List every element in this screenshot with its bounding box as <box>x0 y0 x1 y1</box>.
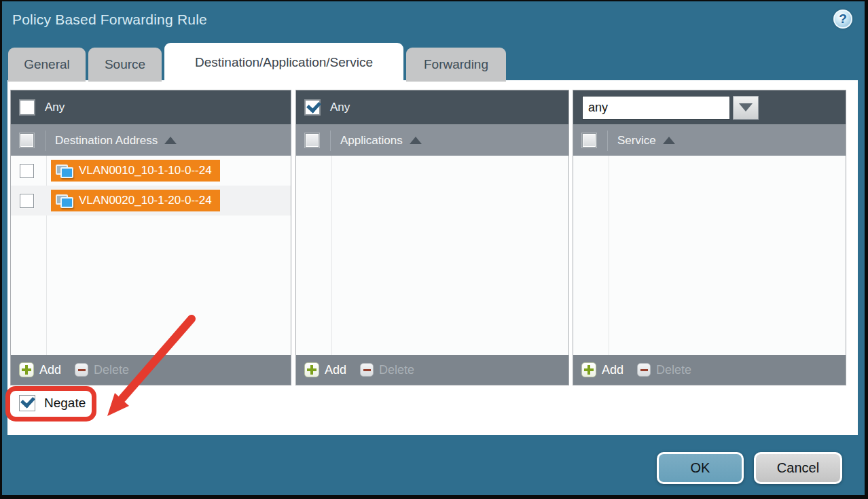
negate-row: Negate <box>19 395 86 411</box>
delete-minus-icon <box>75 363 88 377</box>
applications-panel: Any Applications Add Delete <box>295 90 569 385</box>
service-dropdown-button[interactable] <box>733 96 759 120</box>
tab-bar: General Source Destination/Application/S… <box>8 43 506 82</box>
service-panel: Service Add Delete <box>573 90 846 385</box>
row-checkbox[interactable] <box>20 164 34 178</box>
ok-button[interactable]: OK <box>657 452 744 484</box>
tab-destination-application-service[interactable]: Destination/Application/Service <box>164 43 403 82</box>
service-add-button[interactable]: Add <box>581 362 623 377</box>
add-label: Add <box>325 363 346 377</box>
negate-checkbox[interactable] <box>19 395 35 411</box>
destination-panel: Any Destination Address VLAN0010_10-1-10… <box>10 90 291 385</box>
dialog-background: Policy Based Forwarding Rule ? General S… <box>2 1 865 495</box>
tab-forwarding[interactable]: Forwarding <box>406 48 506 82</box>
destination-column-label: Destination Address <box>55 134 158 148</box>
service-selectall-checkbox[interactable] <box>582 133 596 148</box>
destination-any-label: Any <box>45 101 65 114</box>
add-label: Add <box>602 363 623 377</box>
address-row[interactable]: VLAN0020_10-1-20-0--24 <box>11 186 291 216</box>
address-label: VLAN0010_10-1-10-0--24 <box>79 164 212 177</box>
delete-label: Delete <box>94 363 129 377</box>
service-combobox <box>582 96 759 120</box>
add-plus-icon <box>581 362 596 377</box>
network-address-icon <box>55 163 73 178</box>
applications-any-checkbox[interactable] <box>305 100 320 115</box>
applications-add-button[interactable]: Add <box>304 362 346 377</box>
destination-delete-button[interactable]: Delete <box>75 363 129 377</box>
delete-label: Delete <box>379 363 414 377</box>
address-label: VLAN0020_10-1-20-0--24 <box>79 194 212 207</box>
delete-label: Delete <box>656 363 691 377</box>
delete-minus-icon <box>360 363 374 377</box>
network-address-icon <box>55 193 73 208</box>
help-icon[interactable]: ? <box>833 10 852 29</box>
service-list <box>573 156 846 355</box>
service-column-label: Service <box>617 134 656 148</box>
applications-list <box>296 156 568 355</box>
sort-asc-icon <box>410 137 422 144</box>
tab-general[interactable]: General <box>8 48 86 82</box>
column-divider <box>45 131 46 151</box>
delete-minus-icon <box>637 363 651 377</box>
destination-list: VLAN0010_10-1-10-0--24VLAN0020_10-1-20-0… <box>11 156 291 355</box>
policy-forwarding-dialog: Policy Based Forwarding Rule ? General S… <box>0 0 868 499</box>
add-label: Add <box>39 363 61 377</box>
applications-selectall-checkbox[interactable] <box>305 133 319 148</box>
service-footer: Add Delete <box>573 355 846 385</box>
add-plus-icon <box>304 362 319 377</box>
applications-column-header[interactable]: Applications <box>296 124 568 156</box>
chevron-down-icon <box>739 103 753 111</box>
destination-selectall-checkbox[interactable] <box>20 133 34 148</box>
service-column-header[interactable]: Service <box>573 124 846 156</box>
cancel-button[interactable]: Cancel <box>754 452 842 484</box>
service-dropdown-row <box>573 90 846 124</box>
sort-asc-icon <box>164 137 177 144</box>
address-row[interactable]: VLAN0010_10-1-10-0--24 <box>11 156 291 186</box>
destination-column-header[interactable]: Destination Address <box>11 124 291 156</box>
add-plus-icon <box>19 362 34 377</box>
applications-any-label: Any <box>330 101 350 114</box>
column-divider <box>330 131 331 151</box>
applications-any-row: Any <box>296 90 568 124</box>
negate-label: Negate <box>44 396 86 411</box>
destination-add-button[interactable]: Add <box>19 362 61 377</box>
destination-any-row: Any <box>11 90 291 124</box>
address-chip[interactable]: VLAN0020_10-1-20-0--24 <box>51 190 220 211</box>
column-divider <box>607 131 608 151</box>
applications-footer: Add Delete <box>296 355 568 385</box>
row-checkbox[interactable] <box>20 194 34 208</box>
applications-delete-button[interactable]: Delete <box>360 363 414 377</box>
tab-content: Any Destination Address VLAN0010_10-1-10… <box>7 80 858 435</box>
destination-any-checkbox[interactable] <box>20 100 35 115</box>
dialog-title: Policy Based Forwarding Rule <box>12 12 207 28</box>
service-dropdown-input[interactable] <box>582 96 730 120</box>
service-delete-button[interactable]: Delete <box>637 363 691 377</box>
tab-source[interactable]: Source <box>88 48 162 82</box>
sort-asc-icon <box>663 137 675 144</box>
address-chip[interactable]: VLAN0010_10-1-10-0--24 <box>51 160 220 182</box>
applications-column-label: Applications <box>340 134 403 148</box>
destination-footer: Add Delete <box>11 355 291 385</box>
